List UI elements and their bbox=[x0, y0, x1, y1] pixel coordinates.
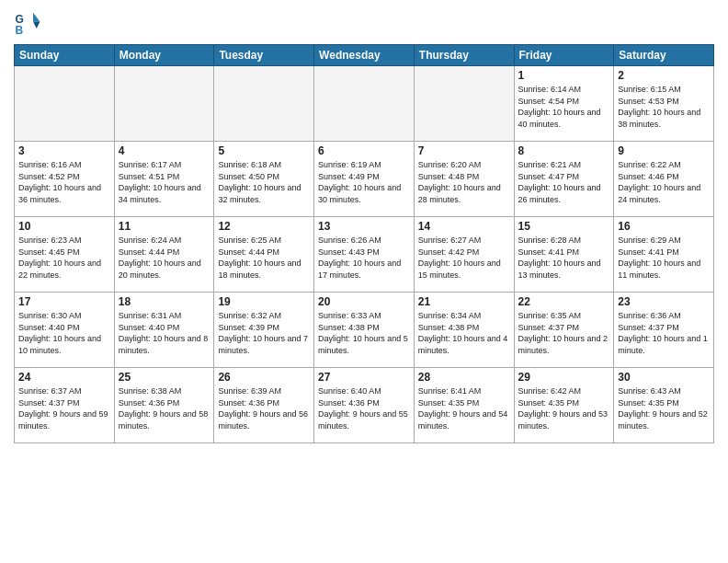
calendar-cell: 2Sunrise: 6:15 AM Sunset: 4:53 PM Daylig… bbox=[614, 66, 714, 142]
logo: G B bbox=[14, 9, 45, 37]
day-info: Sunrise: 6:16 AM Sunset: 4:52 PM Dayligh… bbox=[18, 159, 110, 205]
calendar-cell: 21Sunrise: 6:34 AM Sunset: 4:38 PM Dayli… bbox=[414, 293, 514, 368]
svg-marker-2 bbox=[33, 13, 40, 22]
day-info: Sunrise: 6:23 AM Sunset: 4:45 PM Dayligh… bbox=[18, 235, 110, 281]
svg-marker-3 bbox=[33, 22, 40, 29]
calendar-cell bbox=[414, 66, 514, 142]
page: G B SundayMondayTuesdayWednesdayThursday… bbox=[0, 0, 728, 563]
calendar-cell: 19Sunrise: 6:32 AM Sunset: 4:39 PM Dayli… bbox=[214, 293, 314, 368]
day-info: Sunrise: 6:28 AM Sunset: 4:41 PM Dayligh… bbox=[518, 235, 610, 281]
header-cell-friday: Friday bbox=[514, 45, 614, 66]
calendar-row-1: 3Sunrise: 6:16 AM Sunset: 4:52 PM Daylig… bbox=[15, 142, 714, 217]
header: G B bbox=[14, 9, 714, 37]
day-number: 19 bbox=[218, 295, 310, 308]
day-info: Sunrise: 6:38 AM Sunset: 4:36 PM Dayligh… bbox=[119, 385, 210, 431]
day-number: 27 bbox=[318, 371, 410, 384]
calendar-cell: 1Sunrise: 6:14 AM Sunset: 4:54 PM Daylig… bbox=[514, 66, 614, 142]
day-number: 25 bbox=[119, 371, 210, 384]
calendar-cell: 23Sunrise: 6:36 AM Sunset: 4:37 PM Dayli… bbox=[614, 293, 714, 368]
calendar-row-4: 24Sunrise: 6:37 AM Sunset: 4:37 PM Dayli… bbox=[15, 368, 714, 443]
calendar-cell: 17Sunrise: 6:30 AM Sunset: 4:40 PM Dayli… bbox=[15, 293, 115, 368]
header-cell-saturday: Saturday bbox=[614, 45, 714, 66]
day-info: Sunrise: 6:20 AM Sunset: 4:48 PM Dayligh… bbox=[418, 159, 510, 205]
day-number: 22 bbox=[518, 295, 610, 308]
day-number: 24 bbox=[18, 371, 110, 384]
calendar-cell: 8Sunrise: 6:21 AM Sunset: 4:47 PM Daylig… bbox=[514, 142, 614, 217]
day-number: 30 bbox=[618, 371, 710, 384]
svg-text:B: B bbox=[16, 24, 24, 37]
day-number: 11 bbox=[119, 220, 210, 233]
day-number: 12 bbox=[218, 220, 310, 233]
calendar-row-0: 1Sunrise: 6:14 AM Sunset: 4:54 PM Daylig… bbox=[15, 66, 714, 142]
calendar-cell: 4Sunrise: 6:17 AM Sunset: 4:51 PM Daylig… bbox=[114, 142, 214, 217]
calendar-cell: 22Sunrise: 6:35 AM Sunset: 4:37 PM Dayli… bbox=[514, 293, 614, 368]
header-cell-wednesday: Wednesday bbox=[314, 45, 415, 66]
day-info: Sunrise: 6:39 AM Sunset: 4:36 PM Dayligh… bbox=[218, 385, 310, 431]
calendar-cell: 14Sunrise: 6:27 AM Sunset: 4:42 PM Dayli… bbox=[414, 217, 514, 293]
day-info: Sunrise: 6:24 AM Sunset: 4:44 PM Dayligh… bbox=[119, 235, 210, 281]
calendar-cell bbox=[15, 66, 115, 142]
calendar-cell: 30Sunrise: 6:43 AM Sunset: 4:35 PM Dayli… bbox=[614, 368, 714, 443]
day-info: Sunrise: 6:35 AM Sunset: 4:37 PM Dayligh… bbox=[518, 310, 610, 356]
calendar-cell: 6Sunrise: 6:19 AM Sunset: 4:49 PM Daylig… bbox=[314, 142, 415, 217]
day-info: Sunrise: 6:19 AM Sunset: 4:49 PM Dayligh… bbox=[318, 159, 410, 205]
calendar-cell: 15Sunrise: 6:28 AM Sunset: 4:41 PM Dayli… bbox=[514, 217, 614, 293]
day-info: Sunrise: 6:29 AM Sunset: 4:41 PM Dayligh… bbox=[618, 235, 710, 281]
day-info: Sunrise: 6:42 AM Sunset: 4:35 PM Dayligh… bbox=[518, 385, 610, 431]
day-info: Sunrise: 6:33 AM Sunset: 4:38 PM Dayligh… bbox=[318, 310, 410, 356]
day-info: Sunrise: 6:43 AM Sunset: 4:35 PM Dayligh… bbox=[618, 385, 710, 431]
calendar-row-3: 17Sunrise: 6:30 AM Sunset: 4:40 PM Dayli… bbox=[15, 293, 714, 368]
day-number: 4 bbox=[119, 144, 210, 157]
day-info: Sunrise: 6:21 AM Sunset: 4:47 PM Dayligh… bbox=[518, 159, 610, 205]
day-number: 14 bbox=[418, 220, 510, 233]
calendar-cell bbox=[314, 66, 415, 142]
day-info: Sunrise: 6:27 AM Sunset: 4:42 PM Dayligh… bbox=[418, 235, 510, 281]
day-info: Sunrise: 6:36 AM Sunset: 4:37 PM Dayligh… bbox=[618, 310, 710, 356]
day-info: Sunrise: 6:37 AM Sunset: 4:37 PM Dayligh… bbox=[18, 385, 110, 431]
calendar-cell: 29Sunrise: 6:42 AM Sunset: 4:35 PM Dayli… bbox=[514, 368, 614, 443]
day-info: Sunrise: 6:22 AM Sunset: 4:46 PM Dayligh… bbox=[618, 159, 710, 205]
day-info: Sunrise: 6:41 AM Sunset: 4:35 PM Dayligh… bbox=[418, 385, 510, 431]
day-info: Sunrise: 6:18 AM Sunset: 4:50 PM Dayligh… bbox=[218, 159, 310, 205]
header-cell-thursday: Thursday bbox=[414, 45, 514, 66]
header-cell-sunday: Sunday bbox=[15, 45, 115, 66]
day-number: 8 bbox=[518, 144, 610, 157]
calendar-cell: 10Sunrise: 6:23 AM Sunset: 4:45 PM Dayli… bbox=[15, 217, 115, 293]
day-info: Sunrise: 6:15 AM Sunset: 4:53 PM Dayligh… bbox=[618, 84, 710, 130]
day-info: Sunrise: 6:14 AM Sunset: 4:54 PM Dayligh… bbox=[518, 84, 610, 130]
calendar-cell: 28Sunrise: 6:41 AM Sunset: 4:35 PM Dayli… bbox=[414, 368, 514, 443]
calendar-cell: 26Sunrise: 6:39 AM Sunset: 4:36 PM Dayli… bbox=[214, 368, 314, 443]
calendar-cell: 5Sunrise: 6:18 AM Sunset: 4:50 PM Daylig… bbox=[214, 142, 314, 217]
header-cell-tuesday: Tuesday bbox=[214, 45, 314, 66]
day-number: 29 bbox=[518, 371, 610, 384]
calendar-cell: 3Sunrise: 6:16 AM Sunset: 4:52 PM Daylig… bbox=[15, 142, 115, 217]
day-number: 23 bbox=[618, 295, 710, 308]
day-number: 9 bbox=[618, 144, 710, 157]
calendar-cell: 16Sunrise: 6:29 AM Sunset: 4:41 PM Dayli… bbox=[614, 217, 714, 293]
calendar-row-2: 10Sunrise: 6:23 AM Sunset: 4:45 PM Dayli… bbox=[15, 217, 714, 293]
day-number: 26 bbox=[218, 371, 310, 384]
day-number: 15 bbox=[518, 220, 610, 233]
day-info: Sunrise: 6:30 AM Sunset: 4:40 PM Dayligh… bbox=[18, 310, 110, 356]
calendar-cell: 9Sunrise: 6:22 AM Sunset: 4:46 PM Daylig… bbox=[614, 142, 714, 217]
day-info: Sunrise: 6:40 AM Sunset: 4:36 PM Dayligh… bbox=[318, 385, 410, 431]
day-number: 10 bbox=[18, 220, 110, 233]
day-number: 2 bbox=[618, 69, 710, 82]
day-number: 3 bbox=[18, 144, 110, 157]
calendar-cell: 24Sunrise: 6:37 AM Sunset: 4:37 PM Dayli… bbox=[15, 368, 115, 443]
day-number: 21 bbox=[418, 295, 510, 308]
calendar-cell: 7Sunrise: 6:20 AM Sunset: 4:48 PM Daylig… bbox=[414, 142, 514, 217]
calendar-cell: 25Sunrise: 6:38 AM Sunset: 4:36 PM Dayli… bbox=[114, 368, 214, 443]
header-cell-monday: Monday bbox=[114, 45, 214, 66]
day-number: 1 bbox=[518, 69, 610, 82]
day-number: 28 bbox=[418, 371, 510, 384]
day-number: 17 bbox=[18, 295, 110, 308]
day-info: Sunrise: 6:34 AM Sunset: 4:38 PM Dayligh… bbox=[418, 310, 510, 356]
day-info: Sunrise: 6:32 AM Sunset: 4:39 PM Dayligh… bbox=[218, 310, 310, 356]
header-row: SundayMondayTuesdayWednesdayThursdayFrid… bbox=[15, 45, 714, 66]
logo-icon: G B bbox=[14, 9, 41, 37]
day-info: Sunrise: 6:31 AM Sunset: 4:40 PM Dayligh… bbox=[119, 310, 210, 356]
day-number: 6 bbox=[318, 144, 410, 157]
calendar: SundayMondayTuesdayWednesdayThursdayFrid… bbox=[14, 44, 714, 443]
calendar-cell: 27Sunrise: 6:40 AM Sunset: 4:36 PM Dayli… bbox=[314, 368, 415, 443]
